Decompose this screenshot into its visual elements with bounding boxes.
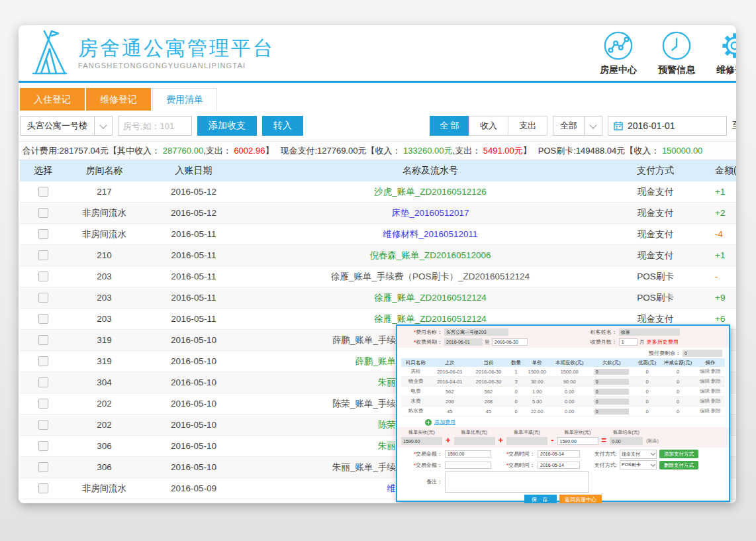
transaction-amount-input[interactable]	[445, 450, 491, 458]
row-checkbox[interactable]	[38, 187, 48, 197]
row-checkbox[interactable]	[38, 293, 48, 303]
remark-textarea[interactable]	[445, 471, 589, 493]
edit-link[interactable]: 编辑	[700, 368, 710, 374]
delete-link[interactable]: 删除	[711, 388, 721, 394]
prepaid-input[interactable]	[683, 350, 722, 357]
nav-repair-register[interactable]: 维修登记	[716, 30, 736, 76]
row-checkbox[interactable]	[38, 356, 48, 366]
row-checkbox[interactable]	[38, 420, 48, 430]
return-house-center-button[interactable]: 返回房屋中心	[559, 495, 602, 504]
nav-alert-info[interactable]: 预警信息	[658, 30, 695, 76]
arrears-input[interactable]	[594, 399, 629, 405]
record-link[interactable]: 维	[387, 483, 397, 493]
add-fee-link[interactable]: 添加费用	[434, 418, 455, 426]
pay-method-select[interactable]: 现金支付	[620, 450, 657, 459]
payment-row: *交易金额：*交易时间：支付方式:POS刷卡删除支付方式	[397, 459, 729, 470]
edit-link[interactable]: 编辑	[700, 388, 710, 394]
arrears-input[interactable]	[594, 409, 629, 415]
pay-method-cell: 现金支付	[616, 228, 695, 240]
row-checkbox[interactable]	[38, 441, 48, 451]
delete-link[interactable]: 删除	[711, 398, 721, 404]
row-checkbox[interactable]	[38, 335, 48, 345]
transaction-amount-input[interactable]	[445, 462, 491, 469]
fee-name-input[interactable]	[444, 328, 508, 336]
period-to-label: 至	[485, 338, 490, 346]
arrears-input[interactable]	[594, 379, 629, 385]
fee-offset-cell: 0	[660, 379, 696, 385]
dialog-fee-row: 房租2016-06-012016-06-3011500.001500.0000编…	[401, 367, 725, 377]
arrears-input[interactable]	[594, 389, 629, 395]
segment-income[interactable]: 收入	[469, 116, 508, 136]
transaction-amount-label: *交易金额：	[401, 462, 442, 469]
balance-input[interactable]	[610, 437, 643, 445]
pay-method-value: 现金支付	[622, 451, 640, 458]
delete-link[interactable]: 删除	[711, 408, 721, 414]
months-input[interactable]	[619, 338, 638, 346]
pay-method-value: POS刷卡	[622, 462, 641, 468]
arrears-input[interactable]	[594, 369, 629, 375]
record-link[interactable]: 徐雁_账单_ZD20160512124	[374, 293, 487, 303]
row-checkbox[interactable]	[38, 462, 48, 472]
offset-input[interactable]	[506, 437, 547, 445]
edit-link[interactable]: 编辑	[700, 378, 710, 384]
tab-checkin-register[interactable]: 入住登记	[20, 88, 85, 111]
room-name-cell: 203	[66, 293, 142, 303]
row-checkbox[interactable]	[38, 250, 48, 260]
row-checkbox[interactable]	[38, 229, 48, 239]
nav-house-center[interactable]: 房屋中心	[600, 30, 637, 76]
fee-item-cell: 房租	[401, 368, 430, 375]
record-link[interactable]: 朱丽	[378, 377, 396, 387]
row-checkbox[interactable]	[38, 271, 48, 281]
pay-method-label: 支付方式:	[583, 462, 617, 469]
category-select[interactable]: 全部	[553, 116, 602, 136]
plus-operator: +	[446, 435, 451, 445]
building-select[interactable]: 头宫公寓一号楼	[20, 116, 113, 136]
pay-method-select[interactable]: POS刷卡	[620, 460, 657, 469]
record-link[interactable]: 维修材料_20160512011	[383, 229, 477, 239]
transfer-in-button[interactable]: 转入	[262, 116, 303, 136]
discount-input[interactable]	[454, 437, 495, 445]
transaction-time-input[interactable]	[538, 462, 580, 469]
segment-all[interactable]: 全 部	[430, 116, 469, 136]
add-income-expense-button[interactable]: 添加收支	[197, 116, 257, 136]
dialog-top-section: *费用名称： 租客姓名： *收费周期： 至 收费月数： 月 更多历史费用	[397, 326, 729, 348]
segment-expense[interactable]: 支出	[508, 116, 547, 136]
tenant-name-input[interactable]	[619, 328, 680, 336]
received-input[interactable]	[401, 437, 442, 445]
due-input[interactable]	[557, 437, 598, 445]
entry-date-cell: 2016-05-10	[142, 399, 245, 409]
entry-date-cell: 2016-05-10	[142, 462, 245, 472]
plus-icon	[425, 419, 432, 426]
building-select-value: 头宫公寓一号楼	[21, 120, 94, 132]
transaction-time-input[interactable]	[538, 450, 580, 458]
row-checkbox[interactable]	[38, 208, 48, 218]
record-link[interactable]: 朱丽	[378, 441, 396, 451]
tab-fee-list[interactable]: 费用清单	[152, 88, 217, 111]
delete-link[interactable]: 删除	[711, 368, 721, 374]
delete-pay-method-button[interactable]: 删除支付方式	[659, 461, 698, 469]
record-link[interactable]: 床垫_20160512017	[391, 208, 469, 218]
row-checkbox[interactable]	[38, 314, 48, 324]
edit-link[interactable]: 编辑	[700, 408, 710, 414]
record-link[interactable]: 徐雁_账单_ZD20160512124	[374, 314, 487, 324]
delete-link[interactable]: 删除	[711, 378, 721, 384]
more-history-link[interactable]: 更多历史费用	[647, 338, 679, 346]
row-checkbox[interactable]	[38, 399, 48, 409]
record-link[interactable]: 陈荣	[378, 420, 396, 430]
record-link[interactable]: 沙虎_账单_ZD20160512126	[374, 187, 487, 197]
room-number-input[interactable]	[118, 116, 192, 136]
equals-operator: =	[602, 435, 607, 445]
record-link[interactable]: 倪春森_账单_ZD20160512006	[369, 250, 491, 260]
start-date-input[interactable]: 2016-01-01	[608, 116, 727, 136]
record-link[interactable]: 薛鹏_账单	[355, 356, 396, 366]
period-end-input[interactable]	[492, 338, 528, 346]
period-start-input[interactable]	[444, 338, 483, 346]
row-checkbox[interactable]	[38, 377, 48, 387]
save-button[interactable]: 保 存	[524, 495, 557, 504]
row-checkbox[interactable]	[38, 483, 48, 493]
edit-link[interactable]: 编辑	[700, 398, 710, 404]
summary-pos-income: 150000.00	[662, 146, 702, 156]
tab-repair-register[interactable]: 维修登记	[86, 88, 151, 111]
add-pay-method-button[interactable]: 添加支付方式	[659, 450, 698, 458]
entry-date-cell: 2016-05-12	[142, 208, 245, 218]
